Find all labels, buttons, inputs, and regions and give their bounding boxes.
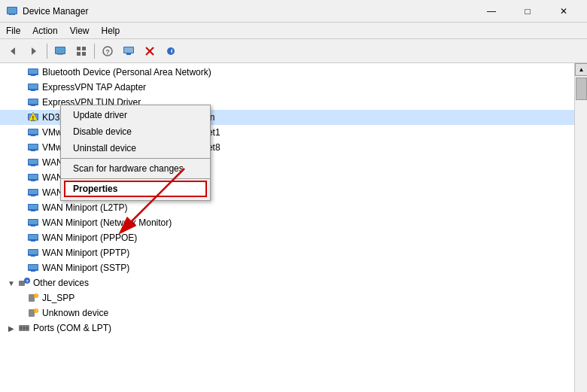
network-icon <box>27 232 39 244</box>
svg-rect-7 <box>56 47 65 53</box>
tree-panel[interactable]: Bluetooth Device (Personal Area Network)… <box>0 63 574 392</box>
toolbar: ? <box>0 39 587 63</box>
menu-view[interactable]: View <box>64 23 96 38</box>
tree-item-wan-pptp[interactable]: WAN Miniport (PPTP) <box>0 245 574 260</box>
scroll-thumb[interactable] <box>576 77 587 100</box>
tree-label: WAN Miniport (L2TP) <box>42 202 128 213</box>
ctx-scan-changes[interactable]: Scan for hardware changes <box>61 160 210 177</box>
svg-rect-47 <box>31 180 35 181</box>
svg-rect-53 <box>31 210 35 211</box>
tree-item-other-devices[interactable]: ▼ ? Other devices <box>0 275 574 290</box>
expand-icon: ▶ <box>6 323 17 333</box>
context-menu: Update driver Disable device Uninstall d… <box>60 105 211 201</box>
maximize-button[interactable]: □ <box>510 0 545 23</box>
tree-item-ports[interactable]: ▶ Ports (COM & LPT) <box>0 321 574 336</box>
title-bar: Device Manager — □ ✕ <box>0 0 587 23</box>
minimize-button[interactable]: — <box>474 0 509 23</box>
tree-item-jl-spp[interactable]: ! JL_SPP <box>0 290 574 305</box>
svg-rect-49 <box>29 190 38 194</box>
svg-rect-72 <box>29 309 35 317</box>
svg-rect-11 <box>77 52 81 56</box>
svg-rect-24 <box>31 74 35 76</box>
tree-label: Bluetooth Device (Personal Area Network) <box>42 67 211 77</box>
svg-rect-44 <box>31 165 35 166</box>
menu-file[interactable]: File <box>0 23 26 38</box>
tree-label: JL_SPP <box>42 293 75 303</box>
svg-rect-55 <box>29 220 38 224</box>
menu-action[interactable]: Action <box>26 23 63 38</box>
svg-rect-78 <box>26 327 28 330</box>
tree-label: Ports (COM & LPT) <box>33 323 111 333</box>
device-icon: ! <box>27 292 39 304</box>
svg-rect-50 <box>31 195 35 196</box>
svg-rect-3 <box>11 14 14 15</box>
network-icon <box>27 172 39 184</box>
ctx-uninstall-device[interactable]: Uninstall device <box>61 140 210 156</box>
network-icon <box>27 141 39 153</box>
tree-item-unknown-device[interactable]: ! Unknown device <box>0 305 574 321</box>
menu-help[interactable]: Help <box>96 23 126 38</box>
main-content: Bluetooth Device (Personal Area Network)… <box>0 63 587 392</box>
svg-text:!: ! <box>32 115 34 120</box>
tree-label: ExpressVPN TAP Adapter <box>42 82 146 93</box>
tree-label: WAN Miniport (PPTP) <box>42 248 129 258</box>
toolbar-forward[interactable] <box>24 41 44 61</box>
svg-rect-8 <box>57 54 63 55</box>
svg-rect-12 <box>82 52 86 56</box>
warning-network-icon: ! <box>27 111 39 123</box>
close-button[interactable]: ✕ <box>546 0 581 23</box>
toolbar-sep-2 <box>94 44 95 59</box>
tree-item-wan-l2tp[interactable]: WAN Miniport (L2TP) <box>0 200 574 215</box>
svg-text:?: ? <box>105 48 110 56</box>
title-bar-left: Device Manager <box>6 5 88 17</box>
svg-rect-52 <box>29 205 38 209</box>
ctx-disable-device[interactable]: Disable device <box>61 123 210 140</box>
toolbar-delete[interactable] <box>140 41 160 61</box>
svg-rect-46 <box>29 175 38 179</box>
tree-label: WAN Miniport (Network Monitor) <box>42 217 172 228</box>
context-menu-separator <box>61 158 210 159</box>
svg-rect-66 <box>19 281 25 286</box>
tree-item-wan-pppoe[interactable]: WAN Miniport (PPPOE) <box>0 230 574 245</box>
scrollbar[interactable]: ▲ <box>574 63 587 392</box>
svg-rect-27 <box>31 90 35 91</box>
toolbar-help[interactable]: ? <box>98 41 117 61</box>
network-icon <box>27 81 39 93</box>
svg-rect-38 <box>31 135 35 136</box>
svg-rect-56 <box>31 225 35 226</box>
svg-rect-58 <box>29 235 38 239</box>
toolbar-grid[interactable] <box>71 41 91 61</box>
tree-item-wan-netmon[interactable]: WAN Miniport (Network Monitor) <box>0 215 574 230</box>
ctx-properties[interactable]: Properties <box>64 181 207 197</box>
ports-icon <box>18 322 30 334</box>
network-icon <box>27 126 39 138</box>
svg-rect-17 <box>126 53 131 55</box>
toolbar-scan[interactable] <box>161 41 181 61</box>
svg-rect-30 <box>31 105 35 106</box>
window-controls: — □ ✕ <box>474 0 581 23</box>
ctx-update-driver[interactable]: Update driver <box>61 107 210 123</box>
tree-item-bluetooth[interactable]: Bluetooth Device (Personal Area Network) <box>0 65 574 80</box>
tree-item-wan-sstp[interactable]: WAN Miniport (SSTP) <box>0 260 574 275</box>
network-icon <box>27 66 39 78</box>
network-icon <box>27 187 39 199</box>
network-icon <box>27 262 39 274</box>
window-title: Device Manager <box>23 6 88 17</box>
toolbar-back[interactable] <box>3 41 23 61</box>
network-icon <box>27 247 39 259</box>
tree-item-expressvpn-tap[interactable]: ExpressVPN TAP Adapter <box>0 80 574 95</box>
app-icon <box>6 5 18 17</box>
svg-rect-64 <box>29 265 38 269</box>
svg-rect-76 <box>20 327 22 330</box>
svg-rect-40 <box>29 144 38 149</box>
network-icon <box>27 202 39 214</box>
svg-rect-41 <box>31 150 35 151</box>
scroll-up-button[interactable]: ▲ <box>575 63 587 76</box>
network-icon <box>27 217 39 229</box>
other-devices-icon: ? <box>18 277 30 289</box>
svg-rect-61 <box>29 250 38 254</box>
svg-rect-69 <box>29 294 35 302</box>
toolbar-settings[interactable] <box>119 41 138 61</box>
toolbar-computer[interactable] <box>50 41 70 61</box>
menu-bar: File Action View Help <box>0 23 587 39</box>
